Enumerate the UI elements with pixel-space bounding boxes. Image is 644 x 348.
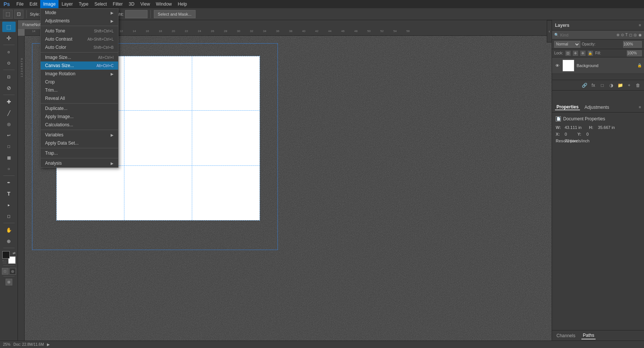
menu-select[interactable]: Select [91, 0, 110, 8]
fill-input[interactable] [627, 50, 642, 56]
panel-collapse-btn[interactable]: ‹ [547, 20, 552, 42]
lasso-tool[interactable]: ⌾ [2, 47, 16, 57]
toolbar-feather-btn[interactable]: ⊡ [14, 10, 23, 19]
quick-select-tool[interactable]: ⊙ [2, 58, 16, 68]
prop-row-width: W: 43.111 in H: 35.667 in [556, 125, 640, 130]
menu-duplicate[interactable]: Duplicate... [41, 104, 118, 113]
eraser-tool[interactable]: □ [2, 141, 16, 152]
hand-tool[interactable]: ✋ [2, 225, 16, 235]
default-colors-icon[interactable]: ⬛ [2, 260, 6, 264]
marquee-tool[interactable]: ⬚ [2, 22, 16, 32]
menu-apply-dataset[interactable]: Apply Data Set... [41, 139, 118, 147]
menu-image-rotation[interactable]: Image Rotation ▶ [41, 70, 118, 78]
filter-adjust-icon[interactable]: ⊙ [621, 33, 624, 37]
menu-auto-contrast[interactable]: Auto Contrast Alt+Shift+Ctrl+L [41, 35, 118, 43]
tab-channels[interactable]: Channels [555, 332, 577, 339]
ruler-mark-11: 20 [172, 29, 175, 33]
dodge-tool[interactable]: ○ [2, 164, 16, 174]
filter-toggle-icon[interactable]: ◉ [638, 33, 642, 37]
status-arrow[interactable]: ▶ [47, 342, 50, 347]
text-tool[interactable]: T [2, 189, 16, 199]
path-select-tool[interactable]: ▸ [2, 200, 16, 210]
brush-tool[interactable]: ╱ [2, 108, 16, 118]
menu-auto-color[interactable]: Auto Color Shift+Ctrl+B [41, 43, 118, 51]
eyedropper-tool[interactable]: ⊘ [2, 83, 16, 93]
filter-type-icon[interactable]: T [625, 33, 628, 37]
menu-edit[interactable]: Edit [26, 0, 40, 8]
mask-btn[interactable]: □ [599, 82, 606, 89]
menu-window[interactable]: Window [153, 0, 175, 8]
menu-image-size[interactable]: Image Size... Alt+Ctrl+I [41, 53, 118, 61]
tab-properties[interactable]: Properties [555, 104, 580, 110]
menu-trap[interactable]: Trap... [41, 149, 118, 157]
menu-layer[interactable]: Layer [58, 0, 76, 8]
swap-colors-icon[interactable]: ⇄ [13, 251, 16, 255]
menu-apply-image[interactable]: Apply Image... [41, 113, 118, 121]
opacity-input[interactable] [623, 41, 642, 48]
menu-apply-image-label: Apply Image... [45, 114, 74, 119]
lock-image-icon[interactable]: ✛ [573, 51, 578, 56]
menu-reveal-all[interactable]: Reveal All [41, 94, 118, 102]
menu-variables[interactable]: Variables ▶ [41, 131, 118, 139]
toolbar-selection-btn[interactable]: ⬚ [3, 10, 13, 19]
select-mask-button[interactable]: Select and Mask... [154, 10, 196, 18]
layer-item-background[interactable]: 👁 Background 🔒 [552, 57, 644, 74]
healing-tool[interactable]: ✚ [2, 97, 16, 107]
menu-crop[interactable]: Crop [41, 78, 118, 86]
link-layers-btn[interactable]: 🔗 [581, 82, 588, 89]
clone-tool[interactable]: ◎ [2, 119, 16, 129]
menu-type[interactable]: Type [76, 0, 91, 8]
status-bar: 25% Doc: 22.8M/11.6M ▶ [0, 341, 644, 348]
menu-analysis[interactable]: Analysis ▶ [41, 159, 118, 167]
standard-mode-icon[interactable]: □ [2, 268, 9, 275]
lock-position-icon[interactable]: ✛ [580, 51, 586, 56]
fill-label: Fill: [595, 51, 601, 55]
dd-sep-1 [41, 26, 118, 26]
menu-calculations[interactable]: Calculations... [41, 121, 118, 129]
ruler-mark-25: 48 [354, 29, 358, 33]
filter-smart-icon[interactable]: ◎ [634, 33, 637, 37]
y-value: 0 [586, 132, 589, 136]
adjust-btn[interactable]: ◑ [607, 82, 615, 89]
quick-mask-icon[interactable]: ◎ [9, 268, 16, 275]
tab-paths[interactable]: Paths [581, 332, 596, 339]
menu-adjustments[interactable]: Adjustments ▶ [41, 17, 118, 25]
foreground-color-swatch[interactable] [2, 251, 10, 259]
toolbar-height-input[interactable] [125, 10, 147, 18]
fx-btn[interactable]: fx [590, 82, 597, 89]
crop-tool[interactable]: ⊡ [2, 72, 16, 82]
menu-apply-dataset-label: Apply Data Set... [45, 140, 79, 146]
menu-canvas-size[interactable]: Canvas Size... Alt+Ctrl+C [41, 61, 118, 70]
filter-pixel-icon[interactable]: ⊕ [616, 33, 619, 37]
menu-auto-tone[interactable]: Auto Tone Shift+Ctrl+L [41, 27, 118, 35]
screen-mode-icon[interactable]: ⊟ [6, 279, 12, 285]
menu-file[interactable]: File [13, 0, 26, 8]
layer-visibility-toggle[interactable]: 👁 [554, 63, 560, 69]
delete-layer-btn[interactable]: 🗑 [634, 82, 642, 89]
new-layer-btn[interactable]: + [625, 82, 633, 89]
group-btn[interactable]: 📁 [616, 82, 624, 89]
menu-view[interactable]: View [137, 0, 153, 8]
tab-adjustments[interactable]: Adjustments [583, 105, 610, 110]
move-tool[interactable]: ✛ [2, 33, 16, 43]
menu-trim[interactable]: Trim... [41, 86, 118, 94]
shape-tool[interactable]: ◻ [2, 211, 16, 221]
lock-all-icon[interactable]: 🔒 [588, 51, 593, 56]
layers-kind-input[interactable] [560, 33, 615, 37]
history-tool[interactable]: ↩ [2, 130, 16, 140]
tool-sep-5 [3, 223, 15, 223]
layers-panel-menu[interactable]: ≡ [639, 23, 641, 27]
ruler-mark-21: 40 [302, 29, 305, 33]
gradient-tool[interactable]: ▦ [2, 152, 16, 163]
menu-mode[interactable]: Mode ▶ [41, 9, 118, 17]
properties-panel-menu[interactable]: ≡ [639, 105, 641, 109]
menu-help[interactable]: Help [175, 0, 190, 8]
zoom-tool[interactable]: ⊕ [2, 236, 16, 246]
menu-filter[interactable]: Filter [110, 0, 126, 8]
layers-blend-mode[interactable]: Normal [554, 41, 580, 48]
menu-3d[interactable]: 3D [126, 0, 137, 8]
lock-transparent-icon[interactable]: ⊡ [565, 51, 571, 56]
menu-image[interactable]: Image [40, 0, 58, 8]
filter-shape-icon[interactable]: ◻ [629, 33, 632, 37]
pen-tool[interactable]: ✒ [2, 177, 16, 188]
